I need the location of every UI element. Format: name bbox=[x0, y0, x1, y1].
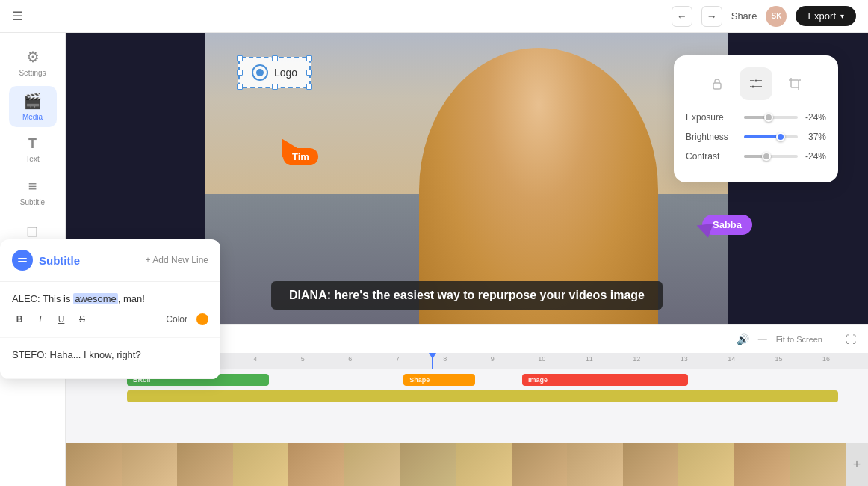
subtitle-text-2: STEFO: Haha... I know, right? bbox=[12, 348, 208, 362]
export-chevron-icon: ▾ bbox=[840, 12, 844, 20]
media-icon: 🎬 bbox=[23, 92, 42, 110]
resize-handle-tr[interactable] bbox=[306, 55, 312, 61]
settings-icon: ⚙ bbox=[26, 48, 40, 66]
thumb-5 bbox=[288, 443, 344, 486]
thumb-2 bbox=[122, 443, 178, 486]
tick-5: 5 bbox=[301, 355, 305, 363]
tick-9: 9 bbox=[491, 355, 495, 363]
tick-13: 13 bbox=[681, 355, 688, 363]
underline-button[interactable]: U bbox=[54, 312, 69, 327]
track-clip-shape[interactable]: Shape bbox=[403, 374, 474, 386]
video-subtitle-overlay: DIANA: here's the easiest way to repurpo… bbox=[271, 281, 663, 310]
subtitle-item-1: ALEC: This is awesome, man! B I U S Colo… bbox=[0, 282, 220, 338]
logo-circle-icon bbox=[252, 64, 268, 81]
thumb-13 bbox=[734, 443, 790, 486]
logo-element[interactable]: Logo bbox=[238, 57, 311, 88]
topbar: ☰ ← → Share SK Export ▾ bbox=[0, 0, 868, 33]
shape-label: Shape bbox=[409, 376, 430, 384]
sidebar-item-media[interactable]: 🎬 Media bbox=[9, 86, 57, 127]
thumb-12 bbox=[678, 443, 734, 486]
svg-rect-13 bbox=[18, 261, 27, 262]
thumb-3 bbox=[177, 443, 233, 486]
brightness-thumb[interactable] bbox=[776, 132, 785, 141]
svg-rect-12 bbox=[18, 258, 27, 259]
tick-16: 16 bbox=[822, 355, 830, 363]
thumb-14 bbox=[790, 443, 846, 486]
resize-handle-tl[interactable] bbox=[237, 55, 243, 61]
sidebar-text-label: Text bbox=[25, 155, 39, 163]
contrast-label: Contrast bbox=[686, 151, 740, 162]
track-clip-image[interactable]: Image bbox=[522, 374, 688, 386]
subtitle-panel-header: Subtitle + Add New Line bbox=[0, 239, 220, 282]
italic-button[interactable]: I bbox=[33, 312, 48, 327]
fullscreen-button[interactable]: ⛶ bbox=[846, 333, 856, 345]
color-picker[interactable] bbox=[196, 313, 208, 325]
forward-button[interactable]: → bbox=[701, 6, 722, 27]
avatar: SK bbox=[766, 6, 787, 27]
subtitle-panel: Subtitle + Add New Line ALEC: This is aw… bbox=[0, 239, 220, 379]
video-canvas: Logo Tim DIANA: here's the easiest way t… bbox=[205, 33, 728, 324]
svg-point-1 bbox=[755, 80, 757, 82]
timeline-playhead[interactable] bbox=[432, 353, 433, 369]
subtitle-item-2: STEFO: Haha... I know, right? bbox=[0, 338, 220, 379]
adjust-row-exposure: Exposure -24% bbox=[686, 112, 826, 123]
tick-11: 11 bbox=[586, 355, 593, 363]
topbar-left: ☰ bbox=[12, 9, 22, 23]
resize-handle-tm[interactable] bbox=[272, 55, 278, 61]
resize-handle-mr[interactable] bbox=[306, 70, 312, 76]
track-clip-base[interactable] bbox=[127, 390, 838, 402]
volume-icon[interactable]: 🔊 bbox=[737, 333, 749, 345]
fit-screen-button[interactable]: Fit to Screen bbox=[776, 335, 822, 344]
resize-handle-br[interactable] bbox=[306, 84, 312, 90]
tick-4: 4 bbox=[253, 355, 257, 363]
contrast-track[interactable] bbox=[744, 155, 798, 158]
elements-icon: ◻ bbox=[26, 221, 39, 239]
subtitle-toolbar-1: B I U S Color bbox=[12, 312, 208, 327]
sidebar-item-settings[interactable]: ⚙ Settings bbox=[9, 42, 57, 83]
resize-handle-ml[interactable] bbox=[237, 70, 243, 76]
subtitle-suffix-1: , man! bbox=[118, 293, 145, 304]
tick-8: 8 bbox=[443, 355, 447, 363]
adjust-tabs bbox=[686, 67, 826, 100]
brightness-track[interactable] bbox=[744, 135, 798, 138]
strikethrough-button[interactable]: S bbox=[75, 312, 90, 327]
topbar-right: ← → Share SK Export ▾ bbox=[672, 6, 856, 27]
logo-inner-dot bbox=[256, 69, 264, 76]
brightness-label: Brightness bbox=[686, 132, 740, 142]
sabba-cursor: Sabba bbox=[702, 215, 752, 235]
adjust-panel: Exposure -24% Brightness 37% bbox=[674, 55, 838, 182]
fit-separator: — bbox=[758, 334, 767, 345]
subtitle-icon: ≡ bbox=[28, 178, 37, 195]
thumb-8 bbox=[456, 443, 512, 486]
contrast-thumb[interactable] bbox=[762, 152, 771, 161]
add-thumbnail-button[interactable]: + bbox=[846, 443, 868, 486]
thumb-10 bbox=[567, 443, 623, 486]
thumb-4 bbox=[233, 443, 289, 486]
subtitle-highlight-1: awesome bbox=[73, 293, 118, 304]
adjust-tab-crop[interactable] bbox=[778, 67, 811, 100]
brightness-value: 37% bbox=[802, 132, 826, 142]
adjust-tab-settings[interactable] bbox=[740, 67, 772, 100]
sidebar-media-label: Media bbox=[22, 113, 43, 121]
adjust-tab-lock[interactable] bbox=[701, 67, 734, 100]
share-button[interactable]: Share bbox=[731, 10, 757, 22]
subtitle-prefix-1: ALEC: This is bbox=[12, 293, 73, 304]
thumb-1 bbox=[66, 443, 122, 486]
tick-7: 7 bbox=[396, 355, 400, 363]
tick-6: 6 bbox=[348, 355, 352, 363]
sidebar-item-subtitle[interactable]: ≡ Subtitle bbox=[9, 172, 57, 212]
tick-15: 15 bbox=[775, 355, 783, 363]
menu-icon[interactable]: ☰ bbox=[12, 9, 22, 23]
exposure-fill bbox=[744, 116, 766, 119]
export-button[interactable]: Export ▾ bbox=[796, 6, 856, 26]
exposure-thumb[interactable] bbox=[764, 113, 773, 122]
thumb-11 bbox=[623, 443, 679, 486]
resize-handle-bm[interactable] bbox=[272, 84, 278, 90]
logo-text: Logo bbox=[274, 67, 297, 79]
sidebar-item-text[interactable]: T Text bbox=[9, 130, 57, 169]
back-button[interactable]: ← bbox=[672, 6, 692, 27]
add-new-line-button[interactable]: + Add New Line bbox=[146, 255, 208, 265]
bold-button[interactable]: B bbox=[12, 312, 27, 327]
resize-handle-bl[interactable] bbox=[237, 84, 243, 90]
exposure-track[interactable] bbox=[744, 116, 798, 119]
